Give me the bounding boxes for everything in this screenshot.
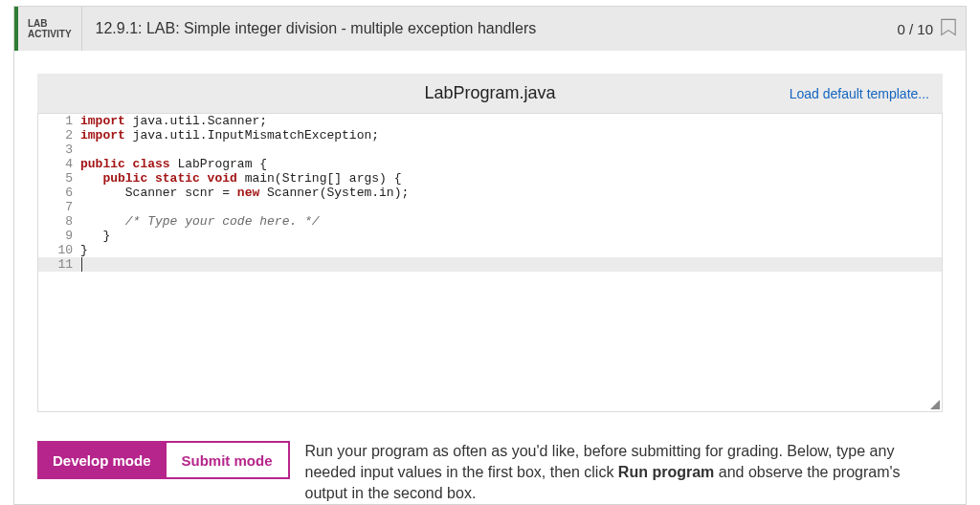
- line-number: 9: [38, 229, 80, 243]
- line-number: 5: [38, 171, 80, 186]
- code-content[interactable]: import java.util.InputMismatchException;: [80, 128, 379, 143]
- code-line[interactable]: 3: [38, 143, 942, 157]
- code-content[interactable]: /* Type your code here. */: [80, 214, 320, 229]
- code-line[interactable]: 8 /* Type your code here. */: [38, 214, 942, 229]
- line-number: 6: [38, 186, 80, 200]
- code-content[interactable]: [80, 257, 82, 272]
- line-number: 4: [38, 157, 80, 171]
- line-number: 8: [38, 214, 80, 229]
- develop-mode-tab[interactable]: Develop mode: [37, 441, 167, 479]
- filename-label: LabProgram.java: [424, 83, 555, 103]
- lab-label: LAB ACTIVITY: [18, 7, 82, 51]
- code-line[interactable]: 4public class LabProgram {: [38, 157, 942, 171]
- lab-label-line1: LAB: [28, 18, 72, 29]
- line-number: 10: [38, 243, 80, 257]
- code-line[interactable]: 11: [38, 257, 942, 272]
- lab-label-line2: ACTIVITY: [28, 29, 72, 39]
- code-line[interactable]: 10}: [38, 243, 942, 257]
- code-editor[interactable]: 1import java.util.Scanner;2import java.u…: [37, 114, 943, 412]
- load-default-template-link[interactable]: Load default template...: [790, 86, 943, 101]
- code-line[interactable]: 9 }: [38, 229, 942, 243]
- file-tab-bar: LabProgram.java Load default template...: [37, 74, 943, 114]
- mode-tabs: Develop mode Submit mode: [37, 441, 290, 479]
- code-line[interactable]: 6 Scanner scnr = new Scanner(System.in);: [38, 186, 942, 200]
- code-content[interactable]: }: [80, 229, 110, 243]
- code-line[interactable]: 5 public static void main(String[] args)…: [38, 171, 942, 186]
- code-content[interactable]: public static void main(String[] args) {: [80, 171, 401, 186]
- mode-help-text: Run your program as often as you'd like,…: [305, 441, 943, 504]
- help-text-bold: Run program: [618, 464, 714, 480]
- code-line[interactable]: 2import java.util.InputMismatchException…: [38, 128, 942, 143]
- bookmark-icon[interactable]: [941, 7, 966, 51]
- code-content[interactable]: Scanner scnr = new Scanner(System.in);: [80, 186, 409, 200]
- line-number: 7: [38, 200, 80, 214]
- submit-mode-tab[interactable]: Submit mode: [167, 441, 290, 479]
- resize-handle-icon[interactable]: [930, 400, 940, 409]
- activity-score: 0 / 10: [897, 7, 941, 51]
- activity-header: LAB ACTIVITY 12.9.1: LAB: Simple integer…: [14, 7, 966, 51]
- line-number: 3: [38, 143, 80, 157]
- code-line[interactable]: 7: [38, 200, 942, 214]
- line-number: 2: [38, 128, 80, 143]
- activity-title: 12.9.1: LAB: Simple integer division - m…: [82, 7, 898, 51]
- code-content[interactable]: import java.util.Scanner;: [80, 114, 267, 128]
- code-content[interactable]: }: [80, 243, 88, 257]
- code-content[interactable]: public class LabProgram {: [80, 157, 267, 171]
- line-number: 11: [38, 257, 80, 272]
- code-line[interactable]: 1import java.util.Scanner;: [38, 114, 942, 128]
- line-number: 1: [38, 114, 80, 128]
